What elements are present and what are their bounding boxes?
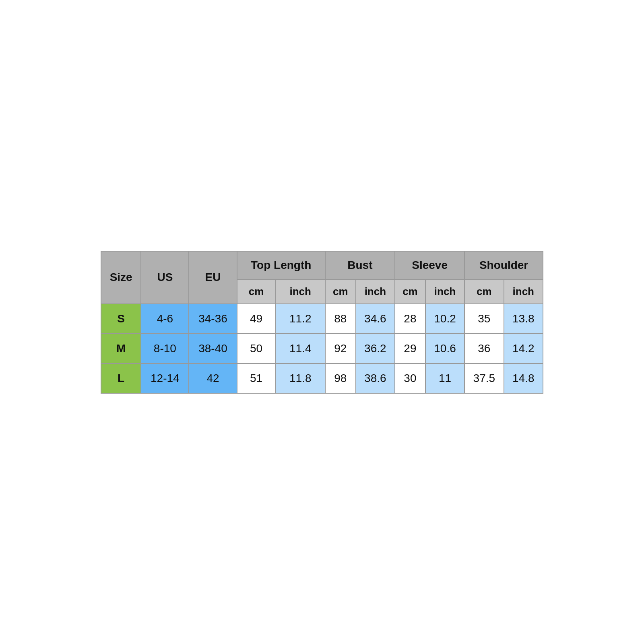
eu-s: 34-36 bbox=[189, 304, 237, 334]
bust-cm-l: 98 bbox=[325, 363, 356, 393]
top-length-cm-l: 51 bbox=[237, 363, 276, 393]
top-length-inch-m: 11.4 bbox=[276, 334, 325, 363]
header-eu: EU bbox=[189, 251, 237, 304]
shoulder-cm-m: 36 bbox=[464, 334, 504, 363]
header-top-length: Top Length bbox=[237, 251, 325, 279]
sub-sleeve-inch: inch bbox=[425, 279, 464, 304]
size-m: M bbox=[101, 334, 141, 363]
sub-bust-cm: cm bbox=[325, 279, 356, 304]
sleeve-cm-l: 30 bbox=[395, 363, 425, 393]
size-l: L bbox=[101, 363, 141, 393]
top-length-cm-m: 50 bbox=[237, 334, 276, 363]
sub-bust-inch: inch bbox=[356, 279, 395, 304]
top-length-cm-s: 49 bbox=[237, 304, 276, 334]
header-sleeve: Sleeve bbox=[395, 251, 464, 279]
header-us: US bbox=[141, 251, 189, 304]
bust-cm-s: 88 bbox=[325, 304, 356, 334]
page-wrapper: Size US EU Top Length Bust Sleeve Should… bbox=[101, 251, 543, 394]
sub-shoulder-inch: inch bbox=[504, 279, 543, 304]
sub-top-length-inch: inch bbox=[276, 279, 325, 304]
sub-shoulder-cm: cm bbox=[464, 279, 504, 304]
top-length-inch-l: 11.8 bbox=[276, 363, 325, 393]
sleeve-cm-m: 29 bbox=[395, 334, 425, 363]
header-shoulder: Shoulder bbox=[464, 251, 543, 279]
shoulder-cm-s: 35 bbox=[464, 304, 504, 334]
bust-inch-l: 38.6 bbox=[356, 363, 395, 393]
shoulder-inch-l: 14.8 bbox=[504, 363, 543, 393]
shoulder-inch-s: 13.8 bbox=[504, 304, 543, 334]
bust-inch-s: 34.6 bbox=[356, 304, 395, 334]
table-row: S 4-6 34-36 49 11.2 88 34.6 28 10.2 35 1… bbox=[101, 304, 543, 334]
sub-top-length-cm: cm bbox=[237, 279, 276, 304]
sleeve-inch-l: 11 bbox=[425, 363, 464, 393]
sub-sleeve-cm: cm bbox=[395, 279, 425, 304]
shoulder-cm-l: 37.5 bbox=[464, 363, 504, 393]
top-length-inch-s: 11.2 bbox=[276, 304, 325, 334]
us-l: 12-14 bbox=[141, 363, 189, 393]
table-row: M 8-10 38-40 50 11.4 92 36.2 29 10.6 36 … bbox=[101, 334, 543, 363]
header-size: Size bbox=[101, 251, 141, 304]
table-row: L 12-14 42 51 11.8 98 38.6 30 11 37.5 14… bbox=[101, 363, 543, 393]
sleeve-cm-s: 28 bbox=[395, 304, 425, 334]
us-m: 8-10 bbox=[141, 334, 189, 363]
bust-cm-m: 92 bbox=[325, 334, 356, 363]
sleeve-inch-m: 10.6 bbox=[425, 334, 464, 363]
sleeve-inch-s: 10.2 bbox=[425, 304, 464, 334]
bust-inch-m: 36.2 bbox=[356, 334, 395, 363]
size-chart-table: Size US EU Top Length Bust Sleeve Should… bbox=[101, 251, 543, 394]
size-s: S bbox=[101, 304, 141, 334]
us-s: 4-6 bbox=[141, 304, 189, 334]
eu-l: 42 bbox=[189, 363, 237, 393]
eu-m: 38-40 bbox=[189, 334, 237, 363]
shoulder-inch-m: 14.2 bbox=[504, 334, 543, 363]
header-bust: Bust bbox=[325, 251, 395, 279]
